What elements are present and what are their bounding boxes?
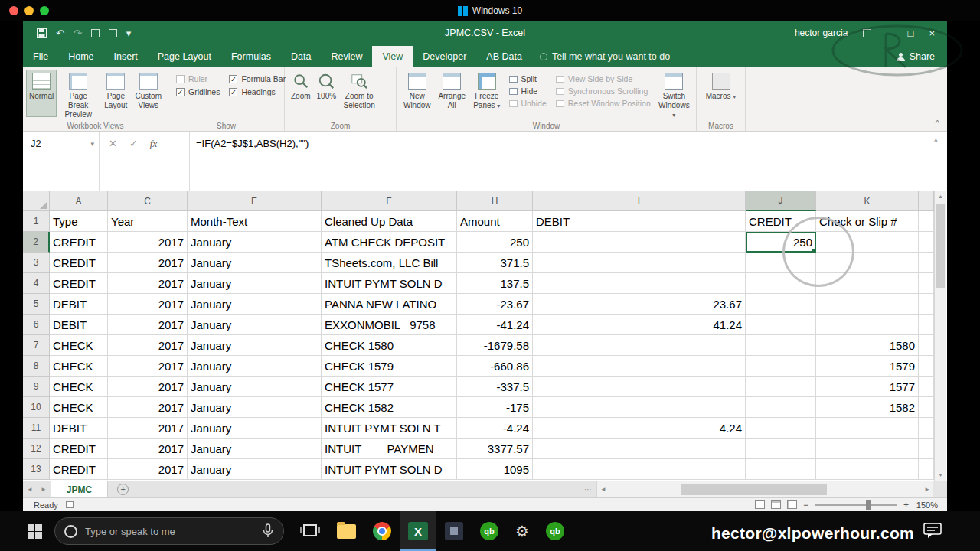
quick-print-icon[interactable]: [109, 29, 117, 37]
arrange-all-button[interactable]: Arrange All: [435, 70, 470, 117]
save-icon[interactable]: [37, 28, 47, 38]
cell-C10[interactable]: 2017: [108, 397, 188, 418]
cell-J3[interactable]: [746, 253, 816, 273]
cortana-search-box[interactable]: [54, 517, 284, 545]
row-header-10[interactable]: 10: [23, 397, 50, 418]
cell-H1[interactable]: Amount: [457, 211, 533, 232]
cell-K10[interactable]: 1582: [816, 397, 919, 418]
cell-F1[interactable]: Cleaned Up Data: [322, 211, 457, 232]
microphone-icon[interactable]: [262, 523, 274, 539]
cell-A6[interactable]: DEBIT: [50, 315, 108, 335]
excel-taskbar-button[interactable]: X: [400, 511, 436, 551]
row-header-8[interactable]: 8: [23, 356, 50, 377]
headings-checkbox[interactable]: ✓ Headings: [229, 87, 286, 96]
row-header-4[interactable]: 4: [23, 273, 50, 294]
enter-icon[interactable]: ✓: [129, 138, 138, 191]
cell-x11[interactable]: [919, 418, 934, 439]
column-header-J[interactable]: J: [746, 191, 816, 211]
cell-K6[interactable]: [816, 315, 919, 335]
cell-C5[interactable]: 2017: [108, 294, 188, 315]
taskbar-search-input[interactable]: [85, 526, 254, 537]
ribbon-tab-review[interactable]: Review: [321, 46, 372, 67]
cell-H13[interactable]: 1095: [457, 459, 533, 480]
page-break-preview-button[interactable]: Page Break Preview: [57, 70, 100, 117]
cell-K2[interactable]: [816, 232, 919, 253]
cell-K1[interactable]: Check or Slip #: [816, 211, 919, 232]
cell-C6[interactable]: 2017: [108, 315, 188, 335]
ribbon-tab-page-layout[interactable]: Page Layout: [148, 46, 221, 67]
task-view-button[interactable]: [292, 511, 328, 551]
cell-A12[interactable]: CREDIT: [50, 439, 108, 459]
row-header-5[interactable]: 5: [23, 294, 50, 315]
view-side-by-side-button[interactable]: View Side by Side: [556, 74, 651, 83]
cell-E12[interactable]: January: [188, 439, 322, 459]
cell-H8[interactable]: -660.86: [457, 356, 533, 377]
cell-A11[interactable]: DEBIT: [50, 418, 108, 439]
undo-icon[interactable]: ↶: [56, 28, 64, 39]
cell-K8[interactable]: 1579: [816, 356, 919, 377]
collapse-ribbon-icon[interactable]: ^: [936, 119, 939, 128]
cell-J4[interactable]: [746, 273, 816, 294]
cell-J7[interactable]: [746, 335, 816, 356]
share-button[interactable]: Share: [884, 46, 947, 67]
row-header-7[interactable]: 7: [23, 335, 50, 356]
ribbon-tab-insert[interactable]: Insert: [104, 46, 148, 67]
cell-K5[interactable]: [816, 294, 919, 315]
ribbon-tab-data[interactable]: Data: [281, 46, 321, 67]
column-header-E[interactable]: E: [188, 191, 322, 211]
zoom-in-button[interactable]: +: [903, 500, 909, 510]
cell-I1[interactable]: DEBIT: [533, 211, 746, 232]
row-header-11[interactable]: 11: [23, 418, 50, 439]
zoom-level[interactable]: 150%: [915, 500, 938, 510]
vertical-scrollbar[interactable]: ▲ ▼: [934, 191, 946, 481]
cell-x6[interactable]: [919, 315, 934, 335]
ribbon-tab-home[interactable]: Home: [58, 46, 103, 67]
cell-K13[interactable]: [816, 459, 919, 480]
cell-F12[interactable]: INTUIT PAYMEN: [322, 439, 457, 459]
cell-I12[interactable]: [533, 439, 746, 459]
sheet-nav-left-icon[interactable]: ◄: [23, 481, 37, 497]
cell-C7[interactable]: 2017: [108, 335, 188, 356]
tell-me-box[interactable]: Tell me what you want to do: [532, 46, 678, 67]
cell-H3[interactable]: 371.5: [457, 253, 533, 273]
ribbon-display-options-icon[interactable]: [863, 29, 871, 37]
column-header-H[interactable]: H: [457, 191, 533, 211]
speech-bubble-icon[interactable]: [923, 522, 942, 539]
scroll-up-icon[interactable]: ▲: [935, 191, 946, 202]
cell-I7[interactable]: [533, 335, 746, 356]
cell-K12[interactable]: [816, 439, 919, 459]
name-box[interactable]: J2 ▾: [23, 132, 100, 191]
cell-E9[interactable]: January: [188, 377, 322, 397]
cell-C12[interactable]: 2017: [108, 439, 188, 459]
horizontal-scrollbar[interactable]: ◄ ►: [596, 481, 933, 497]
cell-J8[interactable]: [746, 356, 816, 377]
macros-button[interactable]: Macros ▾: [703, 70, 740, 117]
cell-E13[interactable]: January: [188, 459, 322, 480]
file-explorer-button[interactable]: [328, 511, 364, 551]
cell-C9[interactable]: 2017: [108, 377, 188, 397]
cell-x3[interactable]: [919, 253, 934, 273]
cell-A4[interactable]: CREDIT: [50, 273, 108, 294]
vertical-scrollbar-thumb[interactable]: [936, 204, 945, 288]
chrome-button[interactable]: [364, 511, 400, 551]
zoom-to-selection-button[interactable]: Zoom to Selection: [339, 70, 379, 117]
cell-I8[interactable]: [533, 356, 746, 377]
cell-x9[interactable]: [919, 377, 934, 397]
cell-C8[interactable]: 2017: [108, 356, 188, 377]
fill-handle[interactable]: [812, 248, 816, 253]
cell-H6[interactable]: -41.24: [457, 315, 533, 335]
cell-E5[interactable]: January: [188, 294, 322, 315]
start-button[interactable]: [0, 511, 54, 551]
cell-C3[interactable]: 2017: [108, 253, 188, 273]
row-header-13[interactable]: 13: [23, 459, 50, 480]
switch-windows-button[interactable]: Switch Windows ▾: [655, 70, 693, 117]
cell-F13[interactable]: INTUIT PYMT SOLN D: [322, 459, 457, 480]
cell-H12[interactable]: 3377.57: [457, 439, 533, 459]
cell-I4[interactable]: [533, 273, 746, 294]
cell-C2[interactable]: 2017: [108, 232, 188, 253]
cell-J1[interactable]: CREDIT: [746, 211, 816, 232]
page-break-shortcut-icon[interactable]: [787, 500, 797, 509]
redo-icon[interactable]: ↷: [74, 28, 82, 39]
zoom-button[interactable]: Zoom: [288, 70, 314, 117]
unhide-button[interactable]: Unhide: [509, 99, 547, 108]
